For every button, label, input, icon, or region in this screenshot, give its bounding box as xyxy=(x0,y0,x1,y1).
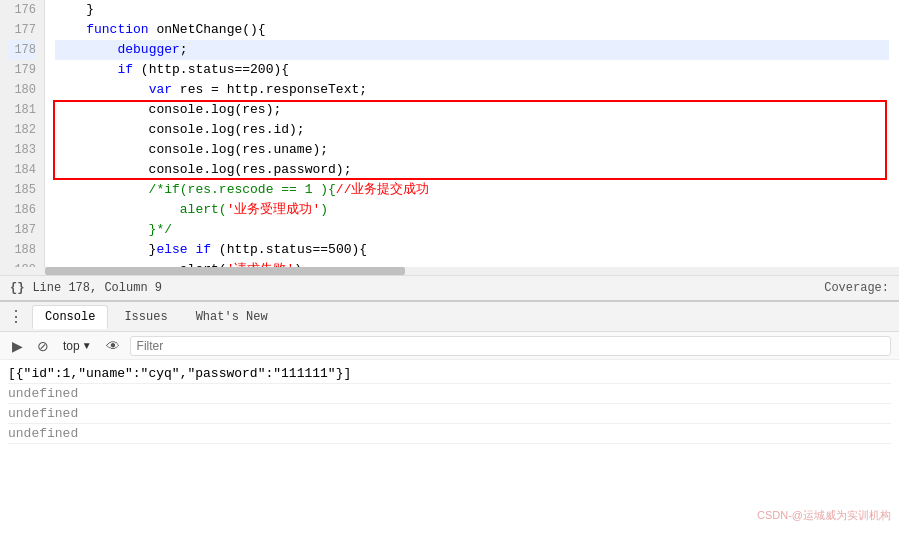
line-num: 184 xyxy=(8,160,36,180)
line-num: 185 xyxy=(8,180,36,200)
code-line: } xyxy=(55,0,889,20)
line-numbers: 176 177 178 179 180 181 182 183 184 185 … xyxy=(0,0,45,267)
scrollbar-thumb[interactable] xyxy=(45,267,405,275)
line-num: 186 xyxy=(8,200,36,220)
code-lines: } function onNetChange(){ debugger; if (… xyxy=(45,0,899,267)
braces-icon: {} xyxy=(10,281,24,295)
code-line: if (http.status==200){ xyxy=(55,60,889,80)
line-num: 179 xyxy=(8,60,36,80)
tab-issues[interactable]: Issues xyxy=(112,306,179,328)
line-num: 178 xyxy=(8,40,36,60)
console-undefined-2: undefined xyxy=(8,404,891,424)
code-line: debugger; xyxy=(55,40,889,60)
context-label: top xyxy=(63,339,80,353)
scrollbar-area[interactable] xyxy=(0,267,899,275)
line-num: 177 xyxy=(8,20,36,40)
devtools-panel: ⋮ Console Issues What's New ▶ ⊘ top ▼ 👁 … xyxy=(0,300,899,533)
line-num: 180 xyxy=(8,80,36,100)
context-dropdown[interactable]: top ▼ xyxy=(59,337,96,355)
code-line: /*if(res.rescode == 1 ){//业务提交成功 xyxy=(55,180,889,200)
console-undefined-1: undefined xyxy=(8,384,891,404)
console-undefined-3: undefined xyxy=(8,424,891,444)
line-num: 188 xyxy=(8,240,36,260)
chevron-down-icon: ▼ xyxy=(82,340,92,351)
code-line: }else if (http.status==500){ xyxy=(55,240,889,260)
code-line: console.log(res.id); xyxy=(55,120,889,140)
code-line: console.log(res.password); xyxy=(55,160,889,180)
code-line: }*/ xyxy=(55,220,889,240)
code-line: alert('请求失败') xyxy=(55,260,889,267)
line-num: 181 xyxy=(8,100,36,120)
code-line: var res = http.responseText; xyxy=(55,80,889,100)
code-line: alert('业务受理成功') xyxy=(55,200,889,220)
console-json-line: [{"id":1,"uname":"cyq","password":"11111… xyxy=(8,364,891,384)
console-toolbar: ▶ ⊘ top ▼ 👁 xyxy=(0,332,899,360)
line-num: 187 xyxy=(8,220,36,240)
code-editor: 176 177 178 179 180 181 182 183 184 185 … xyxy=(0,0,899,300)
code-line: console.log(res); xyxy=(55,100,889,120)
line-num: 176 xyxy=(8,0,36,20)
menu-icon[interactable]: ⋮ xyxy=(8,307,24,327)
line-num: 189 xyxy=(8,260,36,267)
watermark: CSDN-@运城威为实训机构 xyxy=(757,508,891,523)
filter-input[interactable] xyxy=(130,336,891,356)
eye-button[interactable]: 👁 xyxy=(102,336,124,356)
code-line: console.log(res.uname); xyxy=(55,140,889,160)
run-button[interactable]: ▶ xyxy=(8,336,27,356)
tab-console[interactable]: Console xyxy=(32,305,108,329)
clear-button[interactable]: ⊘ xyxy=(33,336,53,356)
coverage-label: Coverage: xyxy=(824,281,889,295)
line-num: 182 xyxy=(8,120,36,140)
status-bar: {} Line 178, Column 9 Coverage: xyxy=(0,275,899,300)
cursor-position: Line 178, Column 9 xyxy=(32,281,162,295)
code-line: function onNetChange(){ xyxy=(55,20,889,40)
tab-whats-new[interactable]: What's New xyxy=(184,306,280,328)
line-num: 183 xyxy=(8,140,36,160)
code-area: 176 177 178 179 180 181 182 183 184 185 … xyxy=(0,0,899,267)
tab-bar: ⋮ Console Issues What's New xyxy=(0,302,899,332)
